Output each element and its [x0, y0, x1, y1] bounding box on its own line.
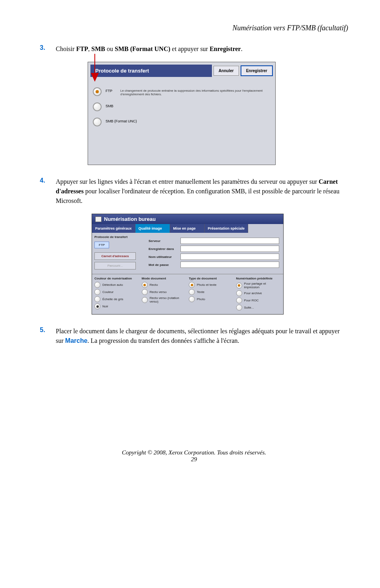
- radio-color[interactable]: [94, 289, 100, 295]
- save-in-input[interactable]: [180, 246, 279, 252]
- username-label: Nom utilisateur: [149, 255, 180, 259]
- protocol-section-title: Protocole de transfert: [94, 235, 142, 239]
- radio-ftp[interactable]: [93, 87, 102, 96]
- step-3-text: Choisir FTP, SMB ou SMB (Format UNC) et …: [56, 44, 243, 54]
- password-label: Mot de passe: [149, 263, 180, 267]
- scan-dialog-screenshot: Numérisation bureau Paramètres généraux …: [92, 214, 284, 315]
- tab-layout[interactable]: Mise en page: [170, 224, 205, 233]
- browse-button[interactable]: Parcourir...: [94, 262, 136, 269]
- protocol-note: Le changement de protocole entraîne la s…: [120, 87, 270, 96]
- tab-quality[interactable]: Qualité image: [135, 224, 170, 233]
- radio-ftp-label: FTP: [106, 87, 112, 93]
- protocol-chip[interactable]: FTP: [94, 242, 109, 248]
- server-label: Serveur: [149, 239, 180, 243]
- radio-archive[interactable]: [236, 290, 242, 296]
- radio-recto-verso-rot[interactable]: [142, 297, 148, 303]
- password-input[interactable]: [180, 262, 279, 268]
- radio-grayscale[interactable]: [94, 296, 100, 302]
- window-icon: [95, 216, 102, 222]
- radio-photo-text[interactable]: [189, 282, 195, 288]
- dialog-title: Protocole de transfert: [90, 65, 212, 77]
- page-number: 29: [40, 456, 348, 463]
- tab-general[interactable]: Paramètres généraux: [92, 224, 135, 233]
- color-title: Couleur de numérisation: [94, 277, 139, 280]
- server-input[interactable]: [180, 238, 279, 244]
- radio-photo[interactable]: [189, 296, 195, 302]
- username-input[interactable]: [180, 254, 279, 260]
- radio-smb-unc[interactable]: [93, 118, 102, 126]
- radio-smb-unc-label: SMB (Format UNC): [106, 118, 137, 123]
- address-book-button[interactable]: Carnet d'adresses: [94, 252, 136, 260]
- page-header: Numérisation vers FTP/SMB (facultatif): [40, 24, 348, 32]
- step-5-text: Placer le document dans le chargeur de d…: [56, 326, 348, 346]
- cancel-button[interactable]: Annuler: [214, 66, 239, 76]
- mode-title: Mode document: [142, 277, 187, 280]
- tab-presentation[interactable]: Présentation spéciale: [205, 224, 249, 233]
- step-4-text: Appuyer sur les lignes vides à l'écran e…: [56, 177, 348, 206]
- protocol-dialog: Protocole de transfert Annuler Enregistr…: [88, 62, 276, 165]
- preset-title: Numérisation prédéfinie: [236, 277, 281, 280]
- radio-auto-detect[interactable]: [94, 282, 100, 288]
- radio-text[interactable]: [189, 289, 195, 295]
- step-3: 3. Choisir FTP, SMB ou SMB (Format UNC) …: [40, 44, 348, 54]
- radio-recto[interactable]: [142, 282, 148, 288]
- svg-marker-1: [91, 73, 99, 82]
- save-in-label: Enregistrer dans: [149, 247, 180, 251]
- radio-recto-verso[interactable]: [142, 289, 148, 295]
- radio-roc[interactable]: [236, 297, 242, 303]
- step-5: 5. Placer le document dans le chargeur d…: [40, 326, 348, 346]
- radio-smb-label: SMB: [106, 102, 114, 108]
- radio-smb[interactable]: [93, 102, 102, 111]
- dialog-protocol-screenshot: Protocole de transfert Annuler Enregistr…: [88, 62, 275, 165]
- radio-share-print[interactable]: [236, 283, 242, 289]
- radio-black[interactable]: [94, 303, 100, 309]
- step-5-number: 5.: [40, 326, 56, 346]
- doctype-title: Type de document: [189, 277, 234, 280]
- callout-arrow-icon: [88, 54, 104, 86]
- step-3-number: 3.: [40, 44, 56, 54]
- step-4: 4. Appuyer sur les lignes vides à l'écra…: [40, 177, 348, 206]
- scan-dialog-title: Numérisation bureau: [92, 214, 283, 224]
- copyright-footer: Copyright © 2008, Xerox Corporation. Tou…: [40, 449, 348, 456]
- save-button[interactable]: Enregistrer: [241, 65, 273, 76]
- radio-more[interactable]: [236, 305, 242, 311]
- step-4-number: 4.: [40, 177, 56, 206]
